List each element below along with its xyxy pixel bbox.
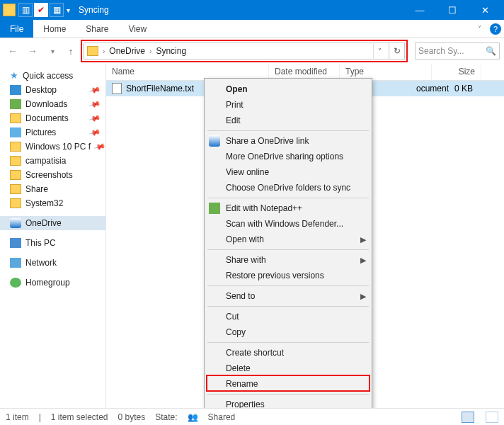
sidebar-item-system32[interactable]: System32 [0, 196, 105, 210]
ctx-label: Choose OneDrive folders to sync [226, 183, 350, 193]
search-placeholder: Search Sy... [418, 46, 464, 56]
tab-share[interactable]: Share [76, 20, 118, 38]
separator [207, 342, 369, 343]
view-large-icons-button[interactable] [486, 412, 498, 423]
file-name: ShortFileName.txt [126, 84, 194, 94]
help-button[interactable]: ? [487, 20, 504, 38]
forward-button[interactable]: → [24, 42, 41, 60]
up-button[interactable]: ↑ [64, 44, 78, 58]
back-button[interactable]: ← [4, 42, 21, 60]
file-size: 0 KB [432, 84, 481, 94]
address-history-dropdown[interactable]: ˅ [373, 42, 386, 60]
ctx-copy[interactable]: Copy [205, 324, 372, 340]
onedrive-icon [209, 135, 220, 147]
qat-checked-button[interactable]: ✔ [34, 3, 48, 17]
ctx-label: Share with [226, 255, 266, 265]
ctx-cut[interactable]: Cut [205, 309, 372, 324]
pin-icon: 📌 [93, 140, 106, 153]
sidebar-quick-access[interactable]: ★ Quick access [0, 68, 105, 83]
ctx-more-sharing[interactable]: More OneDrive sharing options [205, 149, 372, 164]
ribbon-collapse-chevron[interactable]: ˅ [471, 20, 487, 38]
address-bar[interactable]: › OneDrive › Syncing ˅ [84, 42, 389, 60]
ctx-label: Print [226, 100, 244, 110]
sidebar-item-label: Homegroup [25, 278, 70, 288]
ctx-share-with[interactable]: Share with▶ [205, 252, 372, 268]
ctx-choose-sync[interactable]: Choose OneDrive folders to sync [205, 180, 372, 196]
ctx-open-with[interactable]: Open with▶ [205, 232, 372, 247]
ctx-label: Rename [226, 379, 258, 389]
separator [207, 285, 369, 286]
sidebar-item-win10pc[interactable]: Windows 10 PC f📌 [0, 140, 105, 154]
column-size[interactable]: Size [432, 64, 481, 80]
sidebar-item-label: Windows 10 PC f [25, 142, 91, 152]
ctx-print[interactable]: Print [205, 97, 372, 113]
navigation-bar: ← → ▾ ↑ › OneDrive › Syncing ˅ ↻ Search … [0, 38, 504, 64]
ctx-restore-previous[interactable]: Restore previous versions [205, 268, 372, 283]
folder-icon [10, 170, 21, 180]
file-tab[interactable]: File [0, 20, 33, 38]
ctx-label: More OneDrive sharing options [226, 152, 343, 162]
ctx-label: Send to [226, 291, 255, 301]
ctx-send-to[interactable]: Send to▶ [205, 288, 372, 304]
ctx-label: Delete [226, 363, 251, 373]
ctx-label: Share a OneDrive link [226, 136, 309, 146]
separator [207, 249, 369, 250]
sidebar-item-label: Downloads [25, 99, 67, 109]
folder-icon [3, 4, 16, 16]
maximize-button[interactable]: ☐ [436, 0, 469, 20]
notepadpp-icon [209, 203, 220, 214]
title-bar: ▥ ✔ ▦ ▾ Syncing — ☐ ✕ [0, 0, 504, 20]
documents-icon [10, 113, 21, 123]
folder-icon [87, 46, 98, 56]
address-bar-highlight: › OneDrive › Syncing ˅ ↻ [81, 40, 408, 62]
qat-customize-chevron[interactable]: ▾ [64, 6, 73, 14]
sidebar-item-label: Share [25, 184, 48, 194]
ctx-share-onedrive-link[interactable]: Share a OneDrive link [205, 133, 372, 149]
sidebar-item-thispc[interactable]: This PC [0, 236, 105, 250]
breadcrumb-onedrive[interactable]: OneDrive [106, 46, 148, 56]
sidebar-item-share[interactable]: Share [0, 182, 105, 196]
status-bytes: 0 bytes [118, 412, 146, 422]
ctx-view-online[interactable]: View online [205, 164, 372, 180]
ctx-label: Restore previous versions [226, 271, 324, 280]
qat-properties-button[interactable]: ▥ [18, 3, 33, 17]
ctx-open[interactable]: Open [205, 81, 372, 97]
qat-new-folder-button[interactable]: ▦ [50, 3, 64, 17]
recent-locations-button[interactable]: ▾ [44, 42, 61, 60]
view-details-button[interactable] [462, 412, 474, 423]
breadcrumb-syncing[interactable]: Syncing [153, 46, 189, 56]
search-input[interactable]: Search Sy... 🔍 [415, 42, 500, 60]
ctx-create-shortcut[interactable]: Create shortcut [205, 345, 372, 361]
ctx-label: Open [226, 84, 248, 94]
network-icon [10, 258, 21, 268]
sidebar-item-screenshots[interactable]: Screenshots [0, 168, 105, 182]
sidebar-item-downloads[interactable]: Downloads📌 [0, 97, 105, 111]
sidebar-item-onedrive[interactable]: OneDrive [0, 216, 105, 230]
sidebar-item-homegroup[interactable]: Homegroup [0, 276, 105, 290]
status-bar: 1 item | 1 item selected 0 bytes State: … [0, 408, 504, 425]
sidebar-item-documents[interactable]: Documents📌 [0, 111, 105, 125]
ctx-label: Open with [226, 234, 264, 244]
sidebar-item-pictures[interactable]: Pictures📌 [0, 125, 105, 140]
ctx-edit-notepadpp[interactable]: Edit with Notepad++ [205, 200, 372, 216]
help-icon: ? [490, 23, 501, 35]
ctx-label: Scan with Windows Defender... [226, 219, 343, 229]
sidebar-item-campatisia[interactable]: campatisia [0, 154, 105, 168]
submenu-arrow-icon: ▶ [360, 256, 366, 265]
ctx-delete[interactable]: Delete [205, 361, 372, 376]
sidebar-item-label: Desktop [25, 85, 57, 95]
refresh-button[interactable]: ↻ [389, 42, 405, 60]
quick-access-toolbar: ▥ ✔ ▦ [18, 3, 64, 17]
tab-home[interactable]: Home [33, 20, 76, 38]
sidebar-item-network[interactable]: Network [0, 256, 105, 270]
ctx-rename[interactable]: Rename [205, 376, 372, 392]
minimize-button[interactable]: — [403, 0, 436, 20]
ctx-scan-defender[interactable]: Scan with Windows Defender... [205, 216, 372, 232]
sidebar-item-label: OneDrive [25, 218, 62, 228]
close-button[interactable]: ✕ [469, 0, 501, 20]
ctx-label: Edit [226, 115, 241, 125]
ctx-edit[interactable]: Edit [205, 113, 372, 128]
tab-view[interactable]: View [118, 20, 156, 38]
sidebar-item-desktop[interactable]: Desktop📌 [0, 83, 105, 97]
pin-icon: 📌 [88, 84, 102, 96]
